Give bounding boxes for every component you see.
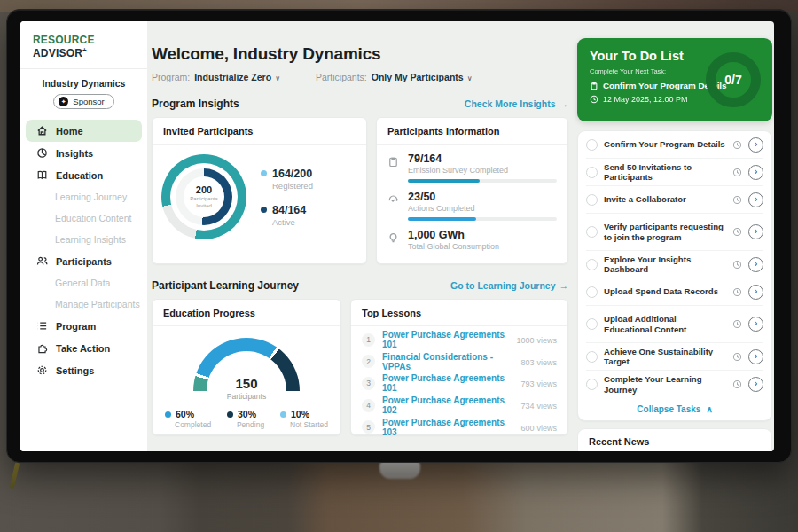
sidebar-item-education-content[interactable]: Education Content: [26, 207, 142, 229]
sponsor-label: Sponsor: [73, 97, 104, 106]
lesson-rank: 5: [362, 420, 375, 434]
legend-label: Completed: [175, 420, 211, 429]
go-to-learning-journey-link[interactable]: Go to Learning Journey→: [450, 280, 568, 291]
actions-icon: [387, 194, 399, 206]
legend-registered: 164/200 Registered: [261, 168, 313, 191]
task-checkbox[interactable]: [586, 226, 598, 238]
task-row-verify-participants[interactable]: Verify participants requesting to join t…: [586, 214, 763, 251]
task-row-achieve-target[interactable]: Achieve One Sustainability Target ›: [586, 343, 763, 371]
stat-label: Emission Survey Completed: [408, 166, 557, 175]
clock-icon: [732, 168, 742, 177]
clipboard-icon: [387, 156, 399, 168]
task-checkbox[interactable]: [586, 167, 598, 178]
participants-information-card: Participants Information 79/164 Emission…: [376, 117, 568, 264]
task-checkbox[interactable]: [586, 351, 598, 363]
stat-row-emission-survey: 79/164 Emission Survey Completed: [387, 153, 557, 183]
sidebar-item-home[interactable]: Home: [26, 120, 142, 142]
lesson-link[interactable]: Power Purchase Agreements 101: [382, 330, 506, 349]
chevron-right-button[interactable]: ›: [748, 192, 763, 207]
sidebar-item-education[interactable]: Education: [26, 164, 142, 186]
card-title: Participants Information: [377, 118, 567, 145]
todo-hero-card: Your To Do List Complete Your Next Task:…: [577, 38, 772, 121]
sidebar-item-label: Insights: [56, 148, 93, 159]
task-label: Upload Additional Educational Content: [604, 314, 726, 334]
task-checkbox[interactable]: [586, 194, 598, 206]
task-row-invite-collaborator[interactable]: Invite a Collaborator ›: [586, 186, 763, 214]
sidebar-item-participants[interactable]: Participants: [26, 250, 142, 272]
logo-secondary: ADVISOR: [33, 47, 82, 59]
stat-value: 1,000 GWh: [408, 229, 499, 241]
link-label: Go to Learning Journey: [450, 280, 555, 291]
task-label: Invite a Collaborator: [604, 194, 726, 205]
sidebar-item-insights[interactable]: Insights: [26, 142, 142, 164]
lesson-link[interactable]: Power Purchase Agreements 103: [382, 418, 511, 437]
chevron-right-button[interactable]: ›: [748, 137, 763, 153]
lesson-row: 3 Power Purchase Agreements 101 793views: [362, 372, 557, 395]
sponsor-badge[interactable]: ✦ Sponsor: [53, 94, 113, 109]
sidebar-item-learning-insights[interactable]: Learning Insights: [26, 229, 142, 250]
monitor-stand: [379, 461, 420, 479]
lesson-views-label: views: [536, 424, 557, 433]
stat-row-consumption: 1,000 GWh Total Global Consumption: [387, 229, 557, 251]
chevron-right-button[interactable]: ›: [748, 224, 763, 239]
legend-not-started: 10% Not Started: [280, 409, 328, 429]
program-filter[interactable]: Program:Industrialize Zero∨: [152, 72, 280, 82]
top-lessons-card: Top Lessons 1 Power Purchase Agreements …: [350, 299, 568, 435]
card-title: Top Lessons: [351, 300, 567, 326]
chevron-right-button[interactable]: ›: [748, 377, 763, 392]
main-content: Welcome, Industry Dynamics Program:Indus…: [152, 21, 568, 435]
task-checkbox[interactable]: [586, 286, 598, 298]
stat-label: Actions Completed: [408, 204, 557, 213]
sidebar-item-learning-journey[interactable]: Learning Journey: [26, 186, 142, 207]
legend-pct: 30%: [238, 409, 256, 419]
participants-filter-label: Participants:: [316, 72, 367, 82]
task-row-complete-journey[interactable]: Complete Your Learning Journey ›: [586, 371, 763, 398]
sidebar-item-manage-participants[interactable]: Manage Participants: [26, 293, 142, 315]
chevron-right-button[interactable]: ›: [748, 349, 763, 364]
chevron-right-button[interactable]: ›: [748, 317, 763, 332]
gauge-center-value: 150: [193, 376, 300, 391]
stat-row-actions: 23/50 Actions Completed: [387, 191, 557, 221]
task-checkbox[interactable]: [586, 318, 598, 330]
task-row-send-invitations[interactable]: Send 50 Invitations to Participants ›: [586, 159, 763, 186]
sidebar-item-label: Education Content: [55, 213, 131, 223]
collapse-label: Collapse Tasks: [637, 404, 700, 414]
task-checkbox[interactable]: [586, 259, 598, 270]
lesson-rank: 3: [362, 377, 375, 390]
task-label: Upload Spend Data Records: [604, 286, 726, 297]
task-row-confirm-program[interactable]: Confirm Your Program Details ›: [586, 131, 763, 159]
legend-dot-not-started: [280, 411, 286, 418]
collapse-tasks-link[interactable]: Collapse Tasks∧: [586, 398, 763, 420]
chevron-right-button[interactable]: ›: [748, 165, 763, 180]
task-row-explore-insights[interactable]: Explore Your Insights Dashboard ›: [586, 251, 763, 278]
sidebar-item-take-action[interactable]: Take Action: [26, 337, 142, 359]
lesson-link[interactable]: Financial Considerations - VPPAs: [382, 352, 511, 372]
chevron-right-button[interactable]: ›: [748, 285, 763, 300]
stat-value: 23/50: [408, 191, 557, 203]
sidebar-item-general-data[interactable]: General Data: [26, 272, 142, 293]
progress-track: [408, 217, 557, 221]
sidebar-item-label: Learning Journey: [55, 192, 127, 202]
sidebar-item-label: Program: [56, 321, 96, 332]
clock-icon: [732, 260, 742, 270]
sidebar: RESOURCE ADVISOR+ Industry Dynamics ✦ Sp…: [20, 21, 147, 451]
task-checkbox[interactable]: [586, 379, 598, 390]
participants-filter-value: Only My Participants: [372, 72, 464, 82]
task-checkbox[interactable]: [586, 139, 598, 151]
donut-legend: 164/200 Registered 84/164 Active: [261, 168, 313, 227]
sidebar-item-settings[interactable]: Settings: [26, 359, 142, 381]
lesson-link[interactable]: Power Purchase Agreements 102: [382, 395, 511, 415]
chevron-right-button[interactable]: ›: [748, 257, 763, 272]
task-row-upload-spend-data[interactable]: Upload Spend Data Records ›: [586, 278, 763, 306]
lesson-rank: 4: [362, 399, 375, 412]
task-row-upload-educational-content[interactable]: Upload Additional Educational Content ›: [586, 306, 763, 343]
legend-dot-registered: [261, 170, 267, 176]
check-more-insights-link[interactable]: Check More Insights→: [465, 98, 568, 109]
lesson-link[interactable]: Power Purchase Agreements 101: [382, 373, 511, 393]
education-icon: [36, 169, 48, 181]
sidebar-item-program[interactable]: Program: [26, 315, 142, 337]
todo-progress-ring: 0/7: [706, 52, 761, 107]
clock-icon: [590, 95, 598, 104]
participants-filter[interactable]: Participants:Only My Participants∨: [316, 72, 473, 82]
clipboard-icon: [590, 82, 598, 90]
